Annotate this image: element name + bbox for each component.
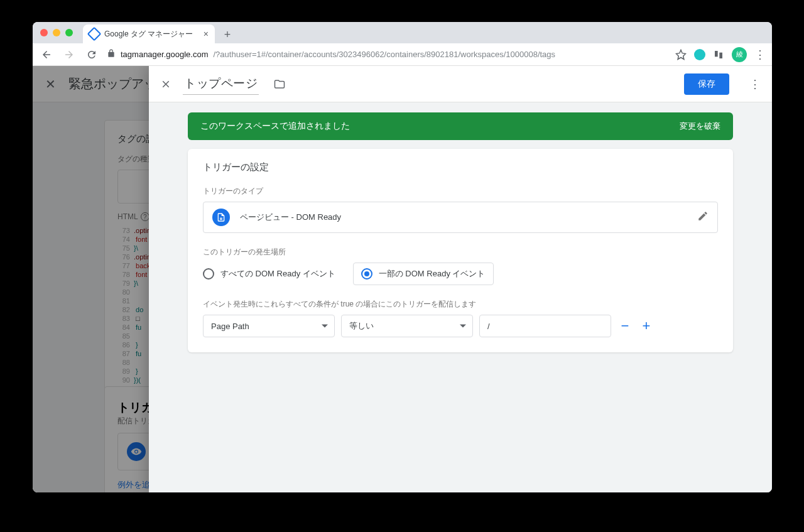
star-icon[interactable] [675,49,687,60]
trigger-type-value: ページビュー - DOM Ready [240,212,341,223]
url-path: /?authuser=1#/container/accounts/3023496… [213,50,555,59]
trigger-type-label: トリガーのタイプ [203,186,718,197]
radio-all-events[interactable]: すべての DOM Ready イベント [203,263,335,285]
trigger-name-input[interactable]: トップページ [183,73,259,95]
chevron-down-icon [460,325,466,328]
close-tab-icon[interactable]: × [204,29,209,39]
banner-text: このワークスペースで追加されました [200,121,350,132]
new-tab-button[interactable]: + [219,26,236,43]
gtm-favicon-icon [87,27,102,41]
p2-close-button[interactable] [160,79,171,90]
p2-header: トップページ 保存 ⋮ [149,66,772,102]
address-bar[interactable]: tagmanager.google.com/?authuser=1#/conta… [107,49,668,60]
radio-icon [361,268,372,280]
close-window-icon[interactable] [40,29,48,36]
extension-icon-2[interactable] [713,49,724,60]
maximize-window-icon[interactable] [65,29,73,36]
window-controls[interactable] [40,22,73,43]
trigger-config-card: トリガーの設定 トリガーのタイプ ページビュー - DOM Ready このトリ… [188,149,733,352]
forward-button[interactable] [62,47,77,62]
lock-icon [107,49,116,60]
browser-menu-icon[interactable]: ⋮ [754,48,766,62]
edit-trigger-type-icon[interactable] [697,210,709,224]
browser-tab[interactable]: Google タグ マネージャー × [83,24,215,43]
condition-value-input[interactable] [479,315,611,337]
radio-icon [203,268,214,280]
reload-button[interactable] [84,47,99,62]
p2-body: このワークスペースで追加されました 変更を破棄 トリガーの設定 トリガーのタイプ… [149,102,772,377]
tab-title: Google タグ マネージャー [104,29,193,40]
browser-toolbar: tagmanager.google.com/?authuser=1#/conta… [33,43,772,66]
condition-label: イベント発生時にこれらすべての条件が true の場合にこのトリガーを配信します [203,299,718,310]
trigger-type-box[interactable]: ページビュー - DOM Ready [203,202,718,233]
svg-rect-1 [719,52,722,58]
remove-condition-button[interactable]: − [617,318,633,334]
condition-variable-value: Page Path [211,322,249,331]
workspace-added-banner: このワークスペースで追加されました 変更を破棄 [188,112,733,140]
condition-operator-value: 等しい [349,320,374,332]
url-host: tagmanager.google.com [121,50,208,59]
profile-avatar[interactable]: 綾 [732,47,747,62]
add-condition-button[interactable]: + [639,318,654,334]
extension-icon-1[interactable] [694,49,705,60]
trigger-editor-panel: トップページ 保存 ⋮ このワークスペースで追加されました 変更を破棄 トリガー… [149,66,772,492]
fires-on-radios: すべての DOM Ready イベント 一部の DOM Ready イベント [203,263,718,285]
fires-on-label: このトリガーの発生場所 [203,247,718,258]
discard-changes-button[interactable]: 変更を破棄 [680,121,720,132]
save-button[interactable]: 保存 [684,73,729,95]
radio-some-events[interactable]: 一部の DOM Ready イベント [353,263,494,285]
back-button[interactable] [39,47,54,62]
condition-row: Page Path 等しい − + [203,315,718,337]
more-menu-icon[interactable]: ⋮ [749,77,761,91]
browser-tabbar: Google タグ マネージャー × + [33,22,772,43]
browser-window: Google タグ マネージャー × + tagmanager.google.c… [33,22,772,492]
svg-rect-0 [715,51,718,57]
chevron-down-icon [322,325,328,328]
gtm-editor-root: ✕ 緊急ポップアップ タグの設定 タグの種類 HTML ? 73.optim74… [33,66,772,492]
condition-variable-select[interactable]: Page Path [203,315,335,337]
condition-operator-select[interactable]: 等しい [341,315,473,337]
folder-icon[interactable] [274,79,285,90]
dom-ready-icon [212,209,230,226]
minimize-window-icon[interactable] [53,29,60,36]
card-title: トリガーの設定 [203,161,718,173]
radio-some-label: 一部の DOM Ready イベント [379,268,486,280]
radio-all-label: すべての DOM Ready イベント [220,268,335,280]
